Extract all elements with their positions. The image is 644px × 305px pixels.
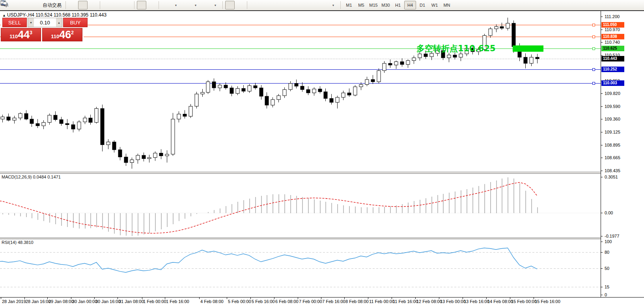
level-lines[interactable] bbox=[0, 24, 601, 85]
templates-button[interactable] bbox=[201, 1, 210, 9]
zoom-in-button[interactable] bbox=[103, 1, 112, 9]
volume-input[interactable]: 0.10 bbox=[34, 18, 56, 27]
buy-price-box[interactable]: 110462 bbox=[42, 28, 82, 41]
time-tick bbox=[368, 298, 368, 299]
autotrading-label: 自动交易 bbox=[43, 2, 62, 9]
time-label: 5 Feb 16:00 bbox=[252, 299, 275, 304]
zoom-out-button[interactable] bbox=[112, 1, 122, 9]
price-chart-canvas[interactable]: 多空转折点110.625 bbox=[0, 11, 601, 172]
price-axis[interactable]: 111.200110.970110.740110.510110.050109.8… bbox=[601, 11, 644, 297]
search-button[interactable] bbox=[623, 1, 633, 9]
main-price-pane[interactable]: 多空转折点110.625 ▲USDJPY-,H4 110.524 110.568… bbox=[0, 11, 601, 172]
timeframe-w1[interactable]: W1 bbox=[429, 1, 441, 9]
rsi-tick bbox=[601, 287, 603, 287]
navigator-button[interactable] bbox=[31, 1, 41, 9]
time-tick bbox=[344, 298, 345, 299]
arrows-dropdown[interactable]: ▼ bbox=[329, 1, 338, 9]
indicators-dropdown[interactable]: ▼ bbox=[171, 1, 181, 9]
rsi-pane[interactable]: RSI(14) 48.3810 bbox=[0, 239, 601, 297]
price-tick-label: 108.665 bbox=[605, 155, 620, 160]
time-label: 7 Feb 00:00 bbox=[299, 299, 322, 304]
sell-price-box[interactable]: 110443 bbox=[1, 28, 41, 41]
periods-button[interactable] bbox=[181, 1, 190, 9]
chevron-down-icon: ▼ bbox=[213, 4, 217, 7]
cursor-button[interactable] bbox=[225, 1, 235, 9]
arrows-button[interactable] bbox=[319, 1, 328, 9]
time-label: 1 Feb 00:00 bbox=[143, 299, 166, 304]
price-tick bbox=[601, 158, 603, 158]
indicators-button[interactable] bbox=[161, 1, 171, 9]
time-tick bbox=[534, 298, 534, 299]
green-highlight-box[interactable] bbox=[513, 45, 543, 52]
timeframe-m15[interactable]: M15 bbox=[368, 1, 379, 9]
line-chart-button[interactable] bbox=[88, 1, 97, 9]
equidistant-channel-button[interactable]: E bbox=[279, 1, 289, 9]
chat-button[interactable] bbox=[633, 1, 642, 9]
horizontal-line-button[interactable] bbox=[259, 1, 269, 9]
time-tick bbox=[298, 298, 298, 299]
rsi-tick bbox=[601, 295, 603, 295]
price-tick bbox=[601, 55, 603, 56]
time-tick bbox=[486, 298, 487, 299]
timeframe-m5[interactable]: M5 bbox=[355, 1, 367, 9]
time-label: 29 Jan 08:00 bbox=[49, 299, 74, 304]
volume-increase-button[interactable]: ▲ bbox=[56, 18, 62, 27]
time-label: 31 Jan 08:00 bbox=[119, 299, 144, 304]
macd-pane[interactable]: MACD(12,26,9) 0.0484 0.1471 bbox=[0, 174, 601, 238]
macd-tick bbox=[601, 213, 603, 213]
timeframe-m30[interactable]: M30 bbox=[380, 1, 392, 9]
periods-dropdown[interactable]: ▼ bbox=[191, 1, 200, 9]
turning-point-annotation[interactable]: 多空转折点110.625 bbox=[416, 44, 496, 53]
price-level-tag: 110.838 bbox=[601, 34, 624, 39]
fibonacci-button[interactable]: F bbox=[289, 1, 299, 9]
rsi-canvas[interactable] bbox=[0, 239, 601, 297]
toolbar-group-zoom bbox=[103, 1, 132, 9]
price-tick bbox=[601, 171, 603, 171]
sell-button[interactable]: SELL bbox=[2, 18, 27, 27]
timeframe-m1[interactable]: M1 bbox=[343, 1, 355, 9]
trendline-button[interactable] bbox=[269, 1, 279, 9]
rsi-tick bbox=[601, 252, 603, 253]
time-axis[interactable]: 28 Jan 201928 Jan 16:0029 Jan 08:0030 Ja… bbox=[0, 297, 644, 305]
candlestick-chart-button[interactable] bbox=[78, 1, 88, 9]
bar-chart-button[interactable] bbox=[68, 1, 78, 9]
volume-decrease-button[interactable]: ▼ bbox=[28, 18, 34, 27]
templates-dropdown[interactable]: ▼ bbox=[211, 1, 220, 9]
text-label-button[interactable]: T bbox=[309, 1, 318, 9]
toolbar-group-cursor bbox=[225, 1, 245, 9]
collapse-arrow-icon[interactable]: ▲ bbox=[2, 13, 6, 17]
profiles-button[interactable] bbox=[21, 1, 31, 9]
toolbar-separator bbox=[134, 1, 134, 9]
rsi-tick bbox=[601, 268, 603, 269]
price-tick bbox=[601, 132, 603, 132]
buy-button[interactable]: BUY bbox=[63, 18, 88, 27]
timeframe-h4[interactable]: H4 bbox=[404, 1, 416, 9]
text-button[interactable]: A bbox=[299, 1, 308, 9]
timeframe-mn[interactable]: MN bbox=[441, 1, 453, 9]
price-tick-label: 108.895 bbox=[605, 143, 620, 147]
time-label: 5 Feb 00:00 bbox=[228, 299, 251, 304]
chart-workspace: 多空转折点110.625 ▲USDJPY-,H4 110.524 110.568… bbox=[0, 11, 644, 305]
new-chart-button[interactable] bbox=[11, 1, 21, 9]
macd-canvas[interactable] bbox=[0, 174, 601, 238]
autotrading-button[interactable]: 自动交易 bbox=[41, 1, 63, 9]
buy-price-sup: 2 bbox=[71, 30, 74, 35]
time-tick bbox=[415, 298, 416, 299]
chart-shift-button[interactable] bbox=[147, 1, 156, 9]
tile-windows-button[interactable] bbox=[122, 1, 132, 9]
rsi-tick-label: 50 bbox=[605, 266, 609, 271]
crosshair-button[interactable] bbox=[235, 1, 245, 9]
time-label: 15 Feb 00:00 bbox=[511, 299, 537, 304]
timeframe-h1[interactable]: H1 bbox=[392, 1, 404, 9]
one-click-prices: 110443 110462 bbox=[1, 28, 82, 41]
vertical-line-button[interactable] bbox=[250, 1, 259, 9]
auto-scroll-button[interactable] bbox=[137, 1, 146, 9]
timeframe-d1[interactable]: D1 bbox=[416, 1, 428, 9]
price-tick-label: 109.820 bbox=[605, 91, 620, 96]
price-tick bbox=[601, 106, 603, 107]
macd-tick-label: -0.1977 bbox=[605, 234, 619, 238]
time-tick bbox=[250, 298, 251, 299]
toolbar-group-timeframes: M1M5M15M30H1H4D1W1MN bbox=[343, 1, 453, 9]
current-price-tag: 110.443 bbox=[601, 56, 624, 61]
macd-signal-line bbox=[0, 182, 537, 233]
